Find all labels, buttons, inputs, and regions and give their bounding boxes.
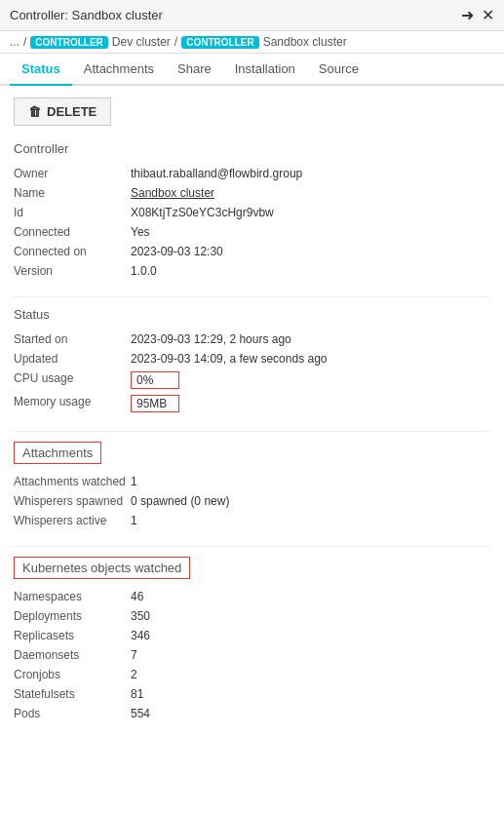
field-label: Attachments watched [14, 472, 131, 491]
field-label: Version [14, 261, 131, 281]
breadcrumb-badge-1: CONTROLLER [30, 36, 107, 49]
delete-button-label: DELETE [47, 104, 97, 119]
attachments-section-title: Attachments [14, 442, 101, 464]
kubernetes-section-title: Kubernetes objects watched [14, 557, 190, 579]
table-row: Connected on 2023-09-03 12:30 [14, 242, 490, 261]
field-value-pods: 554 [131, 704, 490, 723]
table-row: Id X08KtjTzS0eYC3cHgr9vbw [14, 203, 490, 222]
tab-attachments[interactable]: Attachments [72, 54, 166, 86]
field-value-cronjobs: 2 [131, 665, 490, 684]
field-value-replicasets: 346 [131, 626, 490, 645]
field-value: 2023-09-03 12:29, 2 hours ago [131, 329, 490, 349]
field-value-memory: 95MB [131, 392, 490, 415]
title-bar-icons: ➜ ✕ [461, 6, 494, 24]
field-label: Deployments [14, 606, 131, 626]
tab-installation[interactable]: Installation [223, 54, 307, 86]
divider-2 [14, 431, 490, 432]
kubernetes-section: Kubernetes objects watched Namespaces 46… [14, 557, 490, 723]
field-value-whisperers-active: 1 [131, 511, 490, 530]
field-value-cpu: 0% [131, 368, 490, 392]
table-row: Whisperers active 1 [14, 511, 490, 530]
field-label: Pods [14, 704, 131, 723]
field-label: Whisperers spawned [14, 491, 131, 511]
controller-section-title: Controller [14, 141, 490, 156]
divider-3 [14, 546, 490, 547]
table-row: Name Sandbox cluster [14, 183, 490, 203]
kubernetes-section-header: Kubernetes objects watched [14, 557, 490, 587]
close-icon[interactable]: ✕ [482, 6, 494, 24]
attachments-section-header: Attachments [14, 442, 490, 472]
field-label: Memory usage [14, 392, 131, 415]
cpu-usage-value: 0% [131, 371, 179, 389]
field-value: 2023-09-03 12:30 [131, 242, 490, 261]
tab-status[interactable]: Status [10, 54, 72, 86]
field-value-whisperers-spawned: 0 spawned (0 new) [131, 491, 490, 511]
field-label: Name [14, 183, 131, 203]
table-row: Updated 2023-09-03 14:09, a few seconds … [14, 349, 490, 368]
breadcrumb-ellipsis[interactable]: ... [10, 35, 19, 49]
field-label: Statefulsets [14, 684, 131, 704]
breadcrumb: ... / CONTROLLER Dev cluster / CONTROLLE… [0, 31, 504, 54]
field-value-statefulsets: 81 [131, 684, 490, 704]
table-row: Memory usage 95MB [14, 392, 490, 415]
field-value: Yes [131, 222, 490, 242]
field-value: X08KtjTzS0eYC3cHgr9vbw [131, 203, 490, 222]
status-section-title: Status [14, 307, 490, 322]
field-label: CPU usage [14, 368, 131, 392]
field-label: Started on [14, 329, 131, 349]
pin-icon[interactable]: ➜ [461, 6, 474, 24]
table-row: Replicasets 346 [14, 626, 490, 645]
breadcrumb-sep-2: / [174, 35, 177, 49]
field-label: Cronjobs [14, 665, 131, 684]
field-value-attachments-watched: 1 [131, 472, 490, 491]
field-label: Updated [14, 349, 131, 368]
memory-usage-value: 95MB [131, 395, 179, 412]
tabs-bar: Status Attachments Share Installation So… [0, 54, 504, 86]
table-row: CPU usage 0% [14, 368, 490, 392]
breadcrumb-sep-1: / [23, 35, 26, 49]
table-row: Deployments 350 [14, 606, 490, 626]
field-label: Namespaces [14, 587, 131, 606]
table-row: Daemonsets 7 [14, 645, 490, 665]
table-row: Whisperers spawned 0 spawned (0 new) [14, 491, 490, 511]
breadcrumb-badge-2: CONTROLLER [181, 36, 258, 49]
table-row: Connected Yes [14, 222, 490, 242]
tab-source[interactable]: Source [307, 54, 370, 86]
window-title: Controller: Sandbox cluster [10, 8, 163, 22]
table-row: Started on 2023-09-03 12:29, 2 hours ago [14, 329, 490, 349]
field-label: Connected [14, 222, 131, 242]
controller-info-table: Owner thibaut.raballand@flowbird.group N… [14, 164, 490, 281]
field-label: Replicasets [14, 626, 131, 645]
status-info-table: Started on 2023-09-03 12:29, 2 hours ago… [14, 329, 490, 415]
table-row: Cronjobs 2 [14, 665, 490, 684]
field-label: Whisperers active [14, 511, 131, 530]
table-row: Namespaces 46 [14, 587, 490, 606]
field-label: Owner [14, 164, 131, 183]
divider-1 [14, 296, 490, 297]
title-bar: Controller: Sandbox cluster ➜ ✕ [0, 0, 504, 31]
breadcrumb-link-2[interactable]: Sandbox cluster [263, 35, 347, 49]
field-value-version: 1.0.0 [131, 261, 490, 281]
field-value: 2023-09-03 14:09, a few seconds ago [131, 349, 490, 368]
breadcrumb-link-1[interactable]: Dev cluster [112, 35, 171, 49]
field-value-deployments: 350 [131, 606, 490, 626]
kubernetes-info-table: Namespaces 46 Deployments 350 Replicaset… [14, 587, 490, 723]
table-row: Version 1.0.0 [14, 261, 490, 281]
field-label: Id [14, 203, 131, 222]
tab-share[interactable]: Share [166, 54, 223, 86]
trash-icon: 🗑 [28, 104, 41, 119]
table-row: Owner thibaut.raballand@flowbird.group [14, 164, 490, 183]
field-label: Daemonsets [14, 645, 131, 665]
field-value-namespaces: 46 [131, 587, 490, 606]
main-content: 🗑 DELETE Controller Owner thibaut.raball… [0, 86, 504, 751]
field-value: thibaut.raballand@flowbird.group [131, 164, 490, 183]
field-value: Sandbox cluster [131, 183, 490, 203]
attachments-info-table: Attachments watched 1 Whisperers spawned… [14, 472, 490, 530]
field-label: Connected on [14, 242, 131, 261]
table-row: Pods 554 [14, 704, 490, 723]
table-row: Attachments watched 1 [14, 472, 490, 491]
table-row: Statefulsets 81 [14, 684, 490, 704]
field-value-daemonsets: 7 [131, 645, 490, 665]
delete-button[interactable]: 🗑 DELETE [14, 97, 111, 126]
